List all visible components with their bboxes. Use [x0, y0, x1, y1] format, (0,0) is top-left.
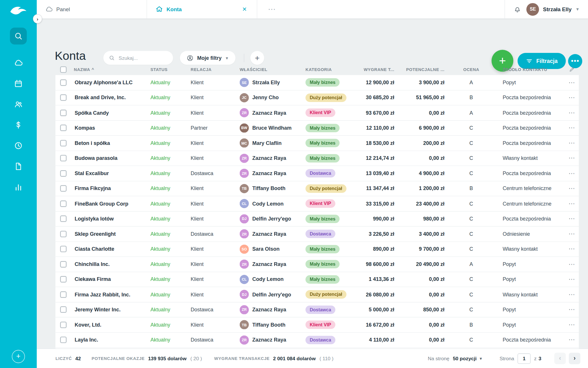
column-header-category[interactable]: KATEGORIA	[305, 67, 359, 72]
column-header-name[interactable]: NAZWA^	[74, 67, 150, 72]
row-actions-ellipsis[interactable]: ⋯	[568, 125, 575, 131]
add-view-button[interactable]: +	[250, 51, 264, 65]
table-row[interactable]: Chinchilla Inc. Aktualny Klient ZR Zazna…	[55, 257, 579, 272]
tab-panel[interactable]: Panel	[37, 0, 147, 18]
account-name[interactable]: FineBank Group Corp	[74, 201, 150, 206]
previous-page-button[interactable]: ‹	[554, 353, 566, 364]
account-name[interactable]: Firma Fikcyjna	[74, 186, 150, 191]
more-tabs-button[interactable]: ⋯	[268, 5, 276, 14]
row-checkbox[interactable]	[60, 306, 67, 313]
column-header-status[interactable]: STATUS	[150, 67, 191, 72]
per-page-select[interactable]: 50 pozycji ▼	[453, 356, 483, 361]
table-row[interactable]: Logistyka lotów Aktualny Klient DJ Delfi…	[55, 211, 579, 227]
row-actions-ellipsis[interactable]: ⋯	[568, 276, 575, 283]
column-header-won[interactable]: WYGRANE T...	[359, 67, 397, 72]
sidebar-item-calendar[interactable]	[10, 75, 27, 92]
account-name[interactable]: Kover, Ltd.	[74, 322, 150, 328]
sidebar-item-documents[interactable]	[10, 158, 27, 175]
row-checkbox[interactable]	[60, 79, 67, 86]
row-actions-ellipsis[interactable]: ⋯	[568, 155, 575, 162]
table-row[interactable]: Spółka Candy Aktualny Klient ZR Zaznacz …	[55, 106, 579, 121]
edit-columns-button[interactable]	[565, 66, 579, 72]
row-checkbox[interactable]	[60, 261, 67, 268]
row-actions-ellipsis[interactable]: ⋯	[568, 337, 575, 343]
account-name[interactable]: Sklep Greenlight	[74, 231, 150, 237]
select-all-checkbox[interactable]	[60, 66, 67, 73]
table-row[interactable]: Sklep Greenlight Aktualny Dostawca ZR Za…	[55, 227, 579, 242]
row-checkbox[interactable]	[60, 216, 67, 222]
sidebar-add-button[interactable]: +	[12, 350, 25, 363]
account-name[interactable]: Break and Drive, Inc.	[74, 95, 150, 101]
account-name[interactable]: Ciekawa Firma	[74, 277, 150, 282]
table-row[interactable]: Firma Fikcyjna Aktualny Klient TB Tiffan…	[55, 181, 579, 196]
table-row[interactable]: Jeremy Winter Inc. Aktualny Dostawca ZR …	[55, 302, 579, 317]
table-row[interactable]: Obrazy Alphonse'a LLC Aktualny Klient SE…	[55, 75, 579, 90]
row-checkbox[interactable]	[60, 125, 67, 131]
row-checkbox[interactable]	[60, 94, 67, 101]
row-actions-ellipsis[interactable]: ⋯	[568, 216, 575, 222]
row-actions-ellipsis[interactable]: ⋯	[568, 79, 575, 86]
table-row[interactable]: Firma Jazz Rabbit, Inc. Aktualny Klient …	[55, 287, 579, 302]
row-actions-ellipsis[interactable]: ⋯	[568, 170, 575, 177]
row-actions-ellipsis[interactable]: ⋯	[568, 246, 575, 252]
table-row[interactable]: Stal Excalibur Aktualny Dostawca ZR Zazn…	[55, 166, 579, 181]
row-actions-ellipsis[interactable]: ⋯	[568, 185, 575, 192]
column-header-potential[interactable]: POTENCJALNE ...	[397, 67, 454, 72]
column-header-owner[interactable]: WŁAŚCICIEL	[240, 67, 305, 72]
account-name[interactable]: Firma Jazz Rabbit, Inc.	[74, 292, 150, 297]
table-row[interactable]: Beton i spółka Aktualny Klient MC Mary C…	[55, 136, 579, 151]
account-name[interactable]: Jeremy Winter Inc.	[74, 307, 150, 313]
account-name[interactable]: Ciasta Charlotte	[74, 246, 150, 252]
row-actions-ellipsis[interactable]: ⋯	[568, 140, 575, 146]
sidebar-search-button[interactable]	[10, 28, 27, 45]
account-name[interactable]: Beton i spółka	[74, 140, 150, 146]
tab-close-icon[interactable]: ✕	[241, 4, 248, 14]
notifications-bell-icon[interactable]	[514, 5, 522, 13]
table-row[interactable]: Kover, Ltd. Aktualny Klient TB Tiffany B…	[55, 317, 579, 333]
sidebar-item-reports[interactable]	[10, 179, 27, 195]
row-actions-ellipsis[interactable]: ⋯	[568, 261, 575, 268]
row-actions-ellipsis[interactable]: ⋯	[568, 321, 575, 328]
row-checkbox[interactable]	[60, 291, 67, 298]
table-row[interactable]: Ciekawa Firma Aktualny Klient CL Cody Le…	[55, 272, 579, 287]
search-input[interactable]	[118, 55, 168, 61]
row-actions-ellipsis[interactable]: ⋯	[568, 291, 575, 298]
column-header-source[interactable]: ŹRÓDŁO KONTAKTU	[488, 67, 565, 72]
row-actions-ellipsis[interactable]: ⋯	[568, 306, 575, 313]
table-row[interactable]: Layla Inc. Aktualny Dostawca ZR Zaznacz …	[55, 333, 579, 348]
row-checkbox[interactable]	[60, 231, 67, 237]
user-menu[interactable]: SE Strzała Elly ▼	[527, 3, 580, 16]
account-name[interactable]: Kompas	[74, 125, 150, 131]
next-page-button[interactable]: ›	[569, 353, 580, 364]
sidebar-item-sales[interactable]	[10, 116, 27, 133]
sidebar-item-dashboard[interactable]	[10, 54, 27, 71]
account-name[interactable]: Obrazy Alphonse'a LLC	[74, 80, 150, 85]
row-checkbox[interactable]	[60, 185, 67, 192]
row-checkbox[interactable]	[60, 200, 67, 207]
tab-konta[interactable]: Konta ✕	[147, 0, 257, 18]
row-actions-ellipsis[interactable]: ⋯	[568, 200, 575, 207]
table-row[interactable]: FineBank Group Corp Aktualny Klient CL C…	[55, 196, 579, 212]
row-checkbox[interactable]	[60, 155, 67, 162]
table-row[interactable]: Ciasta Charlotte Aktualny Klient SO Sara…	[55, 242, 579, 257]
row-checkbox[interactable]	[60, 337, 67, 343]
column-header-rating[interactable]: OCENA	[454, 67, 488, 72]
page-number-input[interactable]	[518, 353, 531, 364]
account-name[interactable]: Budowa parasola	[74, 155, 150, 161]
account-name[interactable]: Logistyka lotów	[74, 216, 150, 222]
account-name[interactable]: Chinchilla Inc.	[74, 261, 150, 267]
row-actions-ellipsis[interactable]: ⋯	[568, 94, 575, 101]
row-actions-ellipsis[interactable]: ⋯	[568, 231, 575, 237]
sidebar-item-contacts[interactable]	[10, 96, 27, 113]
row-checkbox[interactable]	[60, 276, 67, 283]
table-row[interactable]: Budowa parasola Aktualny Klient ZR Zazna…	[55, 151, 579, 166]
account-name[interactable]: Stal Excalibur	[74, 170, 150, 176]
row-checkbox[interactable]	[60, 110, 67, 116]
table-row[interactable]: Break and Drive, Inc. Aktualny Klient JC…	[55, 90, 579, 106]
column-header-relation[interactable]: RELACJA	[191, 67, 240, 72]
account-name[interactable]: Layla Inc.	[74, 337, 150, 343]
row-checkbox[interactable]	[60, 170, 67, 177]
account-name[interactable]: Spółka Candy	[74, 110, 150, 116]
my-filters-button[interactable]: Moje filtry ▼	[180, 51, 235, 65]
row-checkbox[interactable]	[60, 140, 67, 146]
